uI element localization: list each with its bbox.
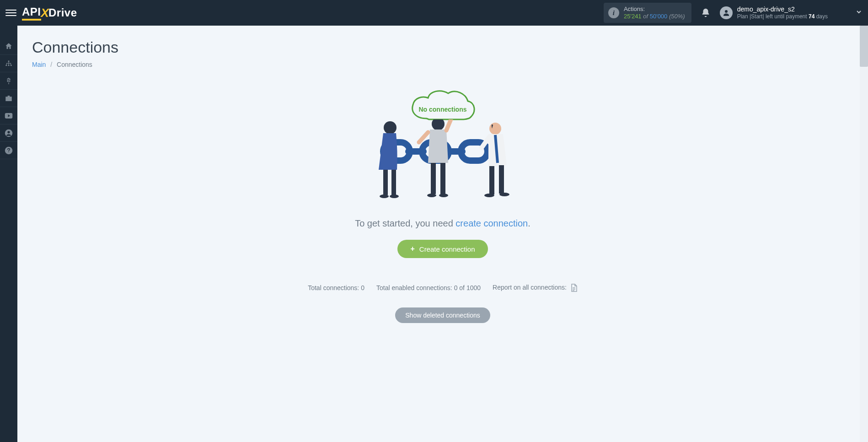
user-text: demo_apix-drive_s2 Plan |Start| left unt… bbox=[737, 5, 828, 20]
actions-counter[interactable]: i Actions: 25'241 of 50'000 (50%) bbox=[604, 3, 691, 22]
sidebar-item-connections[interactable] bbox=[0, 55, 17, 72]
svg-point-7 bbox=[7, 131, 10, 133]
actions-percent: (50%) bbox=[669, 13, 685, 20]
svg-point-28 bbox=[499, 193, 509, 196]
page-title: Connections bbox=[32, 38, 853, 56]
user-name: demo_apix-drive_s2 bbox=[737, 5, 828, 13]
svg-point-27 bbox=[484, 194, 494, 197]
user-menu[interactable]: demo_apix-drive_s2 Plan |Start| left unt… bbox=[720, 5, 828, 20]
bell-icon[interactable] bbox=[701, 8, 711, 18]
empty-state: No connections bbox=[32, 86, 853, 323]
svg-rect-21 bbox=[440, 163, 445, 194]
cloud-text: No connections bbox=[411, 106, 475, 113]
people-illustration bbox=[370, 119, 516, 206]
svg-point-22 bbox=[427, 194, 436, 197]
info-icon: i bbox=[608, 7, 619, 18]
actions-values: 25'241 of 50'000 (50%) bbox=[624, 13, 685, 20]
svg-point-24 bbox=[489, 123, 501, 135]
stat-total: Total connections: 0 bbox=[308, 284, 364, 291]
svg-point-18 bbox=[390, 194, 399, 198]
scrollbar-thumb[interactable] bbox=[860, 26, 868, 67]
svg-rect-20 bbox=[431, 163, 436, 194]
main-content: Connections Main / Connections No connec… bbox=[17, 26, 868, 442]
document-icon[interactable] bbox=[570, 284, 578, 292]
logo-text-api: API bbox=[22, 5, 41, 21]
svg-point-2 bbox=[5, 65, 7, 66]
actions-current: 25'241 bbox=[624, 13, 642, 20]
days-count: 74 bbox=[809, 13, 814, 20]
create-connection-button[interactable]: + Create connection bbox=[397, 240, 488, 258]
svg-point-3 bbox=[8, 65, 10, 66]
svg-point-19 bbox=[432, 119, 445, 130]
svg-point-1 bbox=[8, 60, 10, 62]
actions-text: Actions: 25'241 of 50'000 (50%) bbox=[624, 5, 685, 20]
user-plan: Plan |Start| left until payment 74 days bbox=[737, 13, 828, 20]
sidebar-item-work[interactable] bbox=[0, 90, 17, 107]
svg-rect-26 bbox=[499, 165, 504, 194]
create-connection-link[interactable]: create connection bbox=[455, 218, 528, 228]
svg-point-0 bbox=[725, 10, 728, 13]
scrollbar[interactable] bbox=[860, 26, 868, 442]
sidebar-item-billing[interactable] bbox=[0, 72, 17, 90]
stat-report: Report on all connections: bbox=[493, 284, 578, 292]
avatar-icon bbox=[720, 6, 733, 19]
sidebar-item-home[interactable] bbox=[0, 38, 17, 55]
actions-label: Actions: bbox=[624, 5, 685, 13]
empty-illustration: No connections bbox=[370, 86, 516, 205]
sidebar bbox=[0, 26, 17, 442]
logo-text-x: X bbox=[41, 6, 49, 20]
topbar-right: i Actions: 25'241 of 50'000 (50%) demo_a… bbox=[604, 3, 863, 22]
svg-rect-25 bbox=[489, 166, 494, 194]
sidebar-item-help[interactable] bbox=[0, 142, 17, 159]
svg-point-17 bbox=[380, 194, 389, 198]
logo-text-drive: Drive bbox=[48, 6, 77, 19]
create-button-label: Create connection bbox=[419, 245, 475, 253]
menu-toggle[interactable] bbox=[5, 7, 16, 18]
sidebar-item-profile[interactable] bbox=[0, 124, 17, 142]
breadcrumb-root[interactable]: Main bbox=[32, 61, 46, 68]
actions-of: of bbox=[643, 13, 649, 20]
show-deleted-button[interactable]: Show deleted connections bbox=[395, 307, 490, 323]
stats-row: Total connections: 0 Total enabled conne… bbox=[32, 284, 853, 292]
chevron-down-icon[interactable] bbox=[855, 8, 863, 17]
breadcrumb-sep: / bbox=[50, 61, 52, 68]
sidebar-item-video[interactable] bbox=[0, 107, 17, 124]
svg-point-23 bbox=[439, 194, 448, 197]
breadcrumb: Main / Connections bbox=[32, 61, 853, 68]
svg-rect-15 bbox=[383, 170, 388, 195]
svg-point-4 bbox=[11, 65, 12, 66]
stat-enabled: Total enabled connections: 0 of 1000 bbox=[376, 284, 481, 291]
breadcrumb-current: Connections bbox=[57, 61, 92, 68]
prompt-text: To get started, you need create connecti… bbox=[32, 218, 853, 229]
actions-limit: 50'000 bbox=[650, 13, 668, 20]
logo[interactable]: APIXDrive bbox=[22, 5, 77, 21]
svg-rect-16 bbox=[391, 170, 396, 195]
topbar: APIXDrive i Actions: 25'241 of 50'000 (5… bbox=[0, 0, 868, 26]
stat-total-value: 0 bbox=[361, 284, 364, 291]
svg-point-14 bbox=[384, 121, 396, 134]
plus-icon: + bbox=[410, 245, 414, 253]
stat-enabled-value: 0 of 1000 bbox=[454, 284, 481, 291]
